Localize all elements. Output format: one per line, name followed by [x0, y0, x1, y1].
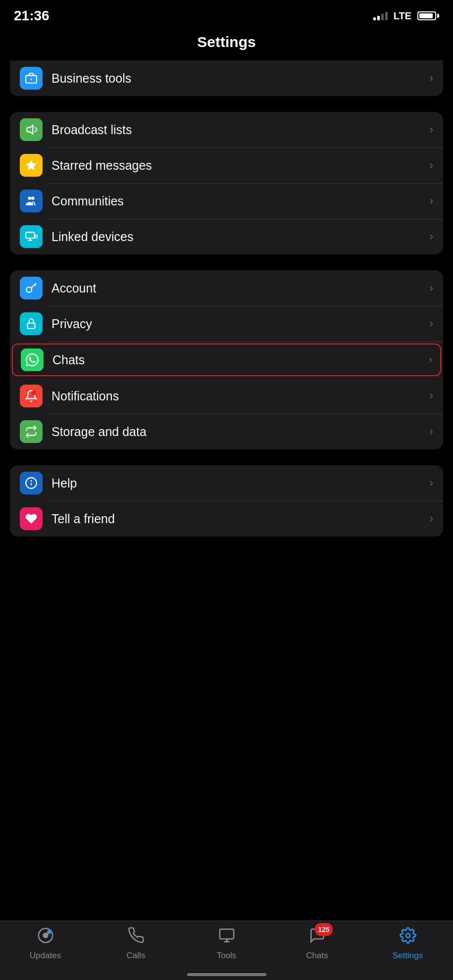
starred-messages-icon — [20, 154, 43, 177]
tell-friend-chevron: › — [430, 512, 433, 525]
tools-tab-label: Tools — [217, 951, 237, 961]
broadcast-lists-icon — [20, 118, 43, 141]
chats-chevron: › — [429, 353, 432, 366]
calls-tab-label: Calls — [127, 951, 146, 961]
notifications-icon — [20, 385, 43, 407]
status-time: 21:36 — [14, 8, 50, 24]
settings-row-storage[interactable]: Storage and data › — [10, 414, 443, 449]
tab-bar: Updates Calls Tools 125 Chats — [0, 921, 453, 980]
settings-row-help[interactable]: Help › — [10, 465, 443, 501]
updates-icon — [37, 927, 54, 948]
svg-line-10 — [32, 283, 36, 288]
settings-content: Business tools › Broadcast lists › Starr… — [0, 60, 453, 632]
communities-label: Communities — [51, 194, 430, 208]
notifications-chevron: › — [430, 390, 433, 402]
network-type: LTE — [394, 10, 411, 22]
help-label: Help — [51, 476, 430, 490]
business-tools-icon — [20, 67, 43, 90]
section-help: Help › Tell a friend › — [10, 465, 443, 537]
linked-devices-icon — [20, 225, 43, 248]
tell-friend-label: Tell a friend — [51, 512, 430, 526]
storage-chevron: › — [430, 425, 433, 438]
status-bar: 21:36 LTE — [0, 0, 453, 28]
settings-row-broadcast-lists[interactable]: Broadcast lists › — [10, 112, 443, 147]
starred-messages-label: Starred messages — [51, 158, 430, 173]
tools-icon — [218, 927, 235, 948]
svg-point-23 — [405, 933, 410, 938]
linked-devices-label: Linked devices — [51, 230, 430, 244]
linked-devices-chevron: › — [430, 230, 433, 243]
updates-tab-label: Updates — [30, 951, 61, 961]
svg-rect-8 — [35, 235, 37, 239]
chats-tab-label: Chats — [306, 951, 328, 961]
battery-icon — [417, 11, 439, 20]
svg-line-11 — [35, 284, 36, 285]
storage-label: Storage and data — [51, 425, 430, 439]
communities-chevron: › — [430, 195, 433, 207]
tab-calls[interactable]: Calls — [91, 927, 181, 961]
chats-badge: 125 — [315, 923, 332, 936]
chats-label: Chats — [52, 353, 429, 367]
settings-row-notifications[interactable]: Notifications › — [10, 378, 443, 414]
svg-marker-2 — [26, 160, 37, 170]
svg-point-13 — [32, 391, 36, 395]
section-account: Account › Privacy › Chats › — [10, 270, 443, 449]
privacy-icon — [20, 312, 43, 335]
communities-icon — [20, 190, 43, 212]
tab-chats[interactable]: 125 Chats — [272, 927, 362, 961]
tab-updates[interactable]: Updates — [0, 927, 91, 961]
home-indicator — [187, 973, 266, 976]
svg-rect-5 — [26, 232, 34, 238]
settings-row-account[interactable]: Account › — [10, 270, 443, 306]
privacy-chevron: › — [430, 317, 433, 330]
svg-point-9 — [26, 287, 32, 293]
svg-point-19 — [47, 930, 51, 934]
account-chevron: › — [430, 282, 433, 294]
help-icon — [20, 472, 43, 494]
broadcast-lists-label: Broadcast lists — [51, 123, 430, 137]
chats-tab-icon: 125 — [309, 927, 326, 948]
settings-row-privacy[interactable]: Privacy › — [10, 306, 443, 342]
notifications-label: Notifications — [51, 389, 430, 403]
settings-row-tell-friend[interactable]: Tell a friend › — [10, 501, 443, 537]
privacy-label: Privacy — [51, 317, 430, 331]
settings-tab-label: Settings — [393, 951, 423, 961]
page-header: Settings — [0, 28, 453, 60]
page-title: Settings — [0, 34, 453, 50]
help-chevron: › — [430, 477, 433, 490]
section-messaging: Broadcast lists › Starred messages › Com… — [10, 112, 443, 254]
settings-tab-icon — [400, 927, 416, 948]
business-tools-label: Business tools — [51, 71, 430, 86]
svg-point-18 — [43, 932, 48, 938]
svg-point-4 — [31, 196, 35, 200]
tab-tools[interactable]: Tools — [181, 927, 272, 961]
account-label: Account — [51, 281, 430, 295]
account-icon — [20, 277, 43, 299]
section-business: Business tools › — [10, 60, 443, 96]
svg-point-3 — [28, 196, 32, 200]
business-tools-chevron: › — [430, 72, 433, 85]
tab-settings[interactable]: Settings — [362, 927, 453, 961]
settings-row-chats[interactable]: Chats › — [12, 343, 441, 376]
signal-icon — [373, 11, 388, 20]
starred-chevron: › — [430, 159, 433, 172]
svg-rect-20 — [219, 929, 233, 939]
tell-friend-icon — [20, 507, 43, 530]
settings-row-communities[interactable]: Communities › — [10, 183, 443, 219]
svg-rect-12 — [27, 323, 35, 329]
storage-icon — [20, 420, 43, 443]
calls-icon — [128, 927, 145, 948]
status-right: LTE — [373, 10, 439, 22]
chats-icon — [21, 348, 44, 371]
settings-row-linked-devices[interactable]: Linked devices › — [10, 219, 443, 254]
settings-row-business-tools[interactable]: Business tools › — [10, 60, 443, 96]
settings-row-starred-messages[interactable]: Starred messages › — [10, 147, 443, 183]
broadcast-chevron: › — [430, 123, 433, 136]
